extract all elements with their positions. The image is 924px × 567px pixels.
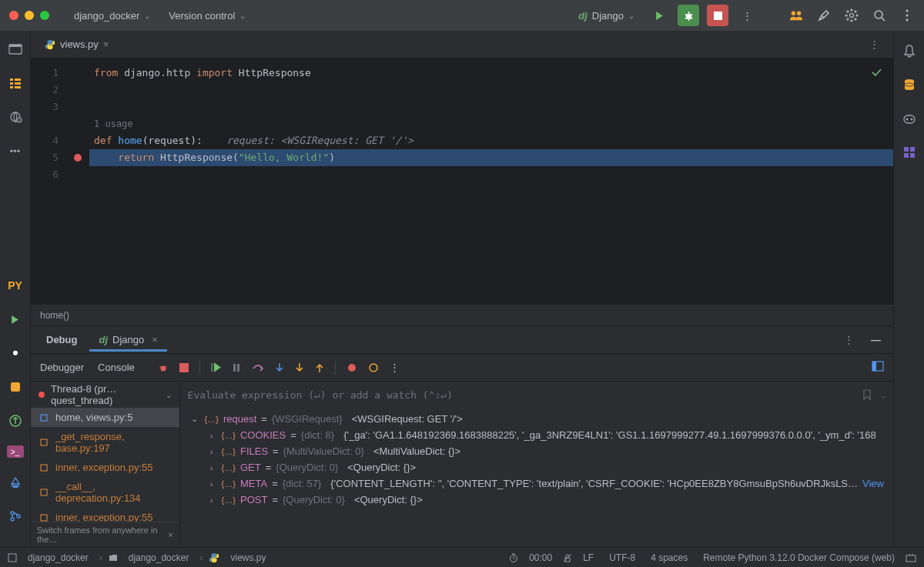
expand-icon[interactable]: › xyxy=(206,463,217,472)
expand-icon[interactable]: › xyxy=(206,447,217,456)
project-tool-icon[interactable] xyxy=(6,40,25,58)
expand-icon[interactable]: › xyxy=(206,431,217,440)
mute-breakpoints-icon[interactable] xyxy=(368,362,379,373)
stack-frame[interactable]: __call__, deprecation.py:134 xyxy=(31,477,179,508)
close-hint-icon[interactable]: × xyxy=(168,530,172,539)
search-everywhere-icon[interactable] xyxy=(869,5,890,26)
more-debug-actions-icon[interactable]: ⋮ xyxy=(390,362,400,373)
debug-button[interactable] xyxy=(678,5,699,26)
terminal-tool-icon[interactable]: >_ xyxy=(7,445,24,458)
thread-selector[interactable]: Thread-8 (pr…quest_thread) ⌄ xyxy=(31,382,179,408)
variable-row[interactable]: › {…} COOKIES = {dict: 8} {'_ga': 'GA1.1… xyxy=(180,427,893,443)
debugger-subtab[interactable]: Debugger xyxy=(40,362,84,373)
services-tool-icon[interactable] xyxy=(6,378,25,396)
thread-status-icon xyxy=(38,392,45,398)
project-dropdown[interactable]: django_docker ⌄ xyxy=(68,7,156,25)
copilot-icon[interactable] xyxy=(900,109,919,128)
layout-settings-icon[interactable] xyxy=(872,361,884,374)
pause-icon[interactable] xyxy=(232,363,241,372)
minimize-window-icon[interactable] xyxy=(25,11,34,20)
run-tool-icon[interactable] xyxy=(6,310,25,329)
run-config-dropdown[interactable]: dj Django ⌄ xyxy=(572,7,641,25)
variable-row[interactable]: › {…} FILES = {MultiValueDict: 0} <Multi… xyxy=(180,443,893,459)
step-into-icon[interactable] xyxy=(275,362,284,373)
step-over-icon[interactable] xyxy=(252,362,264,373)
view-link[interactable]: View xyxy=(862,478,884,489)
ide-settings-icon[interactable] xyxy=(841,5,862,26)
debug-options-icon[interactable]: ⋮ xyxy=(836,334,862,345)
collapse-icon[interactable]: ⌄ xyxy=(189,414,200,424)
stack-frame[interactable]: inner, exception.py:55 xyxy=(31,508,179,522)
stop-icon[interactable] xyxy=(179,363,189,372)
sciview-icon[interactable] xyxy=(900,143,919,162)
vcs-dropdown[interactable]: Version control ⌄ xyxy=(162,7,252,25)
svg-rect-1 xyxy=(714,12,722,20)
python-packages-icon[interactable] xyxy=(6,412,25,430)
python-file-icon xyxy=(209,552,219,563)
minimize-panel-icon[interactable]: — xyxy=(865,334,887,345)
breakpoint-gutter[interactable] xyxy=(66,58,89,304)
more-tools-icon[interactable]: ••• xyxy=(6,142,25,160)
close-tab-icon[interactable]: × xyxy=(152,334,158,345)
more-actions-icon[interactable]: ⋮ xyxy=(736,5,758,26)
evaluate-expression-bar[interactable]: Evaluate expression (↵) or add a watch (… xyxy=(180,382,893,408)
notifications-icon[interactable] xyxy=(900,42,919,60)
rerun-icon[interactable] xyxy=(158,362,169,373)
step-out-icon[interactable] xyxy=(315,362,324,373)
svg-rect-56 xyxy=(904,153,909,158)
variable-row[interactable]: › {…} POST = {QueryDict: 0} <QueryDict: … xyxy=(180,492,893,508)
stack-frame[interactable]: _get_response, base.py:197 xyxy=(31,427,179,458)
bookmark-icon[interactable] xyxy=(862,389,872,400)
settings-gear-icon[interactable] xyxy=(896,5,918,26)
close-window-icon[interactable] xyxy=(9,11,18,20)
chevron-down-icon[interactable]: ⌄ xyxy=(881,391,886,399)
breadcrumb-segment[interactable]: django_docker xyxy=(124,552,194,563)
breakpoint-icon[interactable] xyxy=(74,154,82,162)
status-widget-icon[interactable] xyxy=(906,553,916,562)
build-tools-icon[interactable] xyxy=(813,5,835,26)
editor-breadcrumb[interactable]: home() xyxy=(31,304,893,325)
stop-button[interactable] xyxy=(707,5,728,26)
svg-point-5 xyxy=(851,9,852,11)
git-tool-icon[interactable] xyxy=(6,507,25,525)
svg-rect-22 xyxy=(15,78,21,81)
step-into-my-icon[interactable] xyxy=(295,362,304,373)
variable-row[interactable]: › {…} GET = {QueryDict: 0} <QueryDict: {… xyxy=(180,459,893,475)
timer-value[interactable]: 00:00 xyxy=(524,552,557,563)
indent-settings[interactable]: 4 spaces xyxy=(646,552,692,563)
endpoint-tool-icon[interactable]: ? xyxy=(6,108,25,126)
database-tool-icon[interactable] xyxy=(900,75,919,94)
debug-tool-icon[interactable] xyxy=(6,344,25,362)
lock-icon[interactable] xyxy=(563,553,572,562)
code-editor[interactable]: 1 2 3 4 5 6 from django.http import Http… xyxy=(31,58,893,304)
debug-main-tab[interactable]: Debug xyxy=(37,328,86,352)
close-tab-icon[interactable]: × xyxy=(103,38,109,50)
maximize-window-icon[interactable] xyxy=(40,11,49,20)
problems-tool-icon[interactable] xyxy=(6,473,25,492)
breadcrumb-segment[interactable]: django_docker xyxy=(23,552,93,563)
view-breakpoints-icon[interactable] xyxy=(346,362,357,373)
usage-hint[interactable]: 1 usage xyxy=(89,115,893,132)
expand-icon[interactable]: › xyxy=(206,495,217,505)
file-encoding[interactable]: UTF-8 xyxy=(604,552,640,563)
interpreter[interactable]: Remote Python 3.12.0 Docker Compose (web… xyxy=(698,552,899,563)
structure-tool-icon[interactable] xyxy=(6,74,25,92)
variable-row[interactable]: › {…} META = {dict: 57} {'CONTENT_LENGTH… xyxy=(180,475,893,492)
tab-views-py[interactable]: views.py × xyxy=(37,34,116,55)
expand-icon[interactable]: › xyxy=(206,479,217,489)
resume-icon[interactable] xyxy=(211,362,221,372)
run-button[interactable] xyxy=(648,5,670,26)
stack-frame[interactable]: home, views.py:5 xyxy=(31,408,179,427)
stack-frame[interactable]: inner, exception.py:55 xyxy=(31,458,179,477)
debug-config-tab[interactable]: dj Django × xyxy=(89,328,166,352)
svg-rect-57 xyxy=(910,153,915,158)
code-with-me-icon[interactable] xyxy=(785,5,807,26)
right-tool-rail xyxy=(893,31,924,547)
python-console-icon[interactable]: PY xyxy=(6,276,25,295)
breadcrumb-segment[interactable]: views.py xyxy=(226,552,270,563)
variable-row[interactable]: ⌄ {…} request = {WSGIRequest} <WSGIReque… xyxy=(180,411,893,427)
editor-tab-options-icon[interactable]: ⋮ xyxy=(862,38,887,50)
console-subtab[interactable]: Console xyxy=(98,362,135,373)
line-separator[interactable]: LF xyxy=(578,552,598,563)
inspection-ok-icon[interactable] xyxy=(870,66,882,81)
